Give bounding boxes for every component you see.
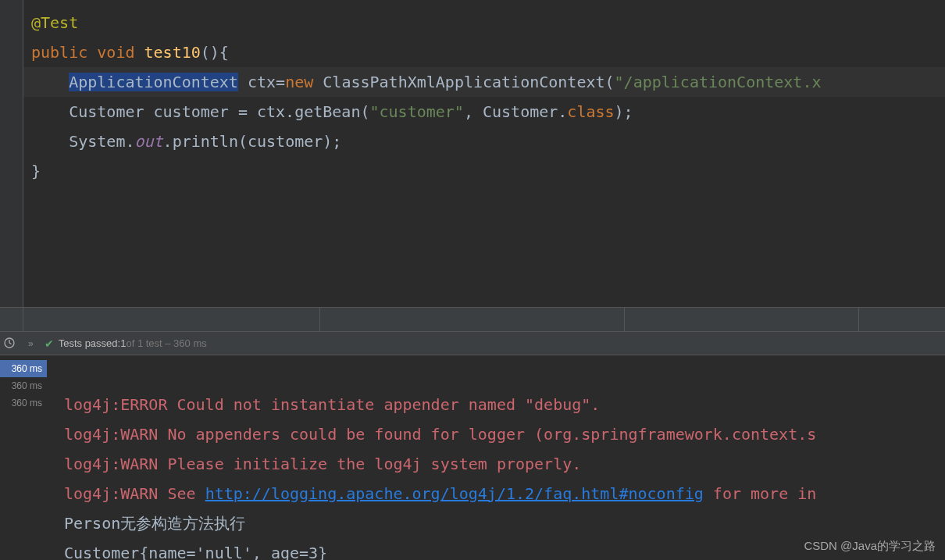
keyword-void: void — [97, 43, 134, 62]
toolbar-seg-2[interactable] — [23, 308, 320, 331]
keyword-class: class — [567, 102, 614, 121]
field-out: out — [134, 132, 162, 151]
method-name: test10 — [144, 43, 201, 62]
history-icon[interactable] — [3, 337, 17, 351]
string-customer: "customer" — [369, 102, 463, 121]
code-getbean-prefix: Customer customer = ctx.getBean( — [69, 102, 369, 121]
test-time-row[interactable]: 360 ms — [0, 394, 47, 412]
toolbar-seg-1[interactable] — [0, 308, 23, 331]
console-link[interactable]: http://logging.apache.org/log4j/1.2/faq.… — [205, 484, 704, 503]
code-getbean-mid: , Customer. — [464, 102, 567, 121]
console-warn-tail: for more in — [704, 484, 817, 503]
console-stdout-line: Person无参构造方法执行 — [64, 514, 245, 533]
type-applicationcontext: ApplicationContext — [69, 73, 238, 91]
run-toolbar — [0, 307, 945, 332]
console-warn-line: log4j:WARN No appenders could be found f… — [64, 425, 816, 444]
expand-icon[interactable]: » — [28, 338, 34, 349]
tests-passed-count: 1 — [120, 337, 126, 349]
editor-gutter — [0, 0, 23, 307]
method-parens: (){ — [201, 43, 229, 62]
keyword-public: public — [31, 43, 87, 62]
ctor-name: ClassPathXmlApplicationContext( — [313, 73, 614, 91]
keyword-new: new — [285, 73, 313, 91]
test-time-row[interactable]: 360 ms — [0, 377, 47, 394]
console-output[interactable]: log4j:ERROR Could not instantiate append… — [47, 355, 945, 560]
string-arg: "/applicationContext.x — [615, 73, 822, 91]
console-error-line: log4j:ERROR Could not instantiate append… — [64, 395, 600, 414]
var-ctx: ctx= — [238, 73, 285, 91]
test-status-bar: » ✔ Tests passed: 1 of 1 test – 360 ms — [0, 332, 945, 355]
code-getbean-end: ); — [615, 102, 633, 121]
check-icon: ✔ — [45, 337, 54, 350]
code-println: .println(customer); — [163, 132, 342, 151]
close-brace: } — [31, 162, 41, 180]
console-stdout-line: Customer{name='null', age=3} — [64, 544, 327, 560]
code-editor[interactable]: @Test public void test10(){ ApplicationC… — [0, 0, 945, 307]
toolbar-seg-5[interactable] — [859, 308, 945, 331]
tests-passed-label: Tests passed: — [59, 337, 121, 349]
test-tree-times[interactable]: 360 ms 360 ms 360 ms — [0, 355, 47, 560]
toolbar-seg-4[interactable] — [625, 308, 859, 331]
test-time-row[interactable]: 360 ms — [0, 360, 47, 377]
tests-passed-suffix: of 1 test – 360 ms — [126, 337, 206, 349]
bottom-panel: 360 ms 360 ms 360 ms log4j:ERROR Could n… — [0, 355, 945, 560]
annotation-test: @Test — [31, 13, 78, 32]
toolbar-seg-3[interactable] — [320, 308, 625, 331]
console-warn-line: log4j:WARN See — [64, 484, 205, 503]
code-system: System. — [69, 132, 134, 151]
console-warn-line: log4j:WARN Please initialize the log4j s… — [64, 455, 581, 473]
